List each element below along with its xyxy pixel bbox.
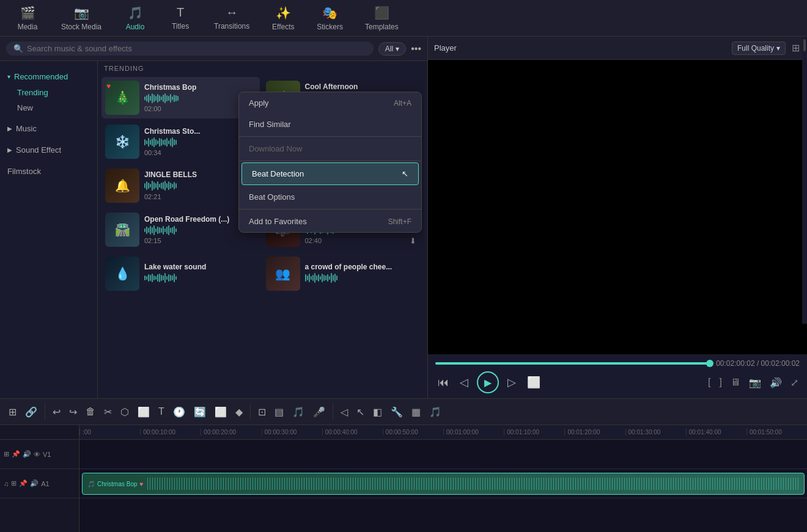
- track-v1-eye: 👁: [34, 451, 40, 458]
- voice-button[interactable]: 🎤: [309, 404, 329, 420]
- download-icon[interactable]: ⬇: [410, 236, 416, 246]
- color-button[interactable]: ⊡: [254, 404, 270, 420]
- filter-pill[interactable]: All ▾: [378, 42, 406, 56]
- track-v1-number: V1: [43, 451, 51, 458]
- beats-button[interactable]: 🎵: [426, 404, 445, 420]
- device-icon[interactable]: 🖥: [729, 376, 742, 389]
- mask-button[interactable]: ⬜: [211, 404, 230, 420]
- frame-forward-button[interactable]: ▷: [505, 373, 518, 392]
- music-card-lake[interactable]: 💧 Lake water sound: [101, 253, 260, 294]
- toolbar-audio[interactable]: 🎵 Audio: [114, 2, 157, 35]
- progress-bar[interactable]: [435, 362, 710, 365]
- crop-tool[interactable]: ⬡: [117, 404, 133, 420]
- cut-button[interactable]: ✂: [100, 404, 116, 420]
- context-menu-apply[interactable]: Apply Alt+A: [239, 92, 421, 114]
- toolbar-media[interactable]: 🎬 Media: [6, 2, 49, 35]
- back-button[interactable]: ◁: [337, 404, 352, 420]
- fullscreen-icon[interactable]: ⤢: [789, 376, 800, 390]
- frame-back-button[interactable]: ◁: [457, 373, 471, 392]
- chevron-down-icon: ▾: [396, 45, 399, 53]
- toolbar-effects[interactable]: ✨ Effects: [262, 2, 304, 35]
- collapse-icon: ▾: [7, 73, 10, 80]
- search-input[interactable]: [27, 44, 366, 53]
- progress-bar-wrap: 00:02:00:02 / 00:02:00:02: [435, 359, 800, 368]
- text-tool[interactable]: T: [155, 404, 168, 420]
- ruler-tick: 00:01:20:00: [564, 429, 625, 435]
- more-options-button[interactable]: •••: [411, 43, 421, 54]
- transform-button[interactable]: ⬜: [134, 404, 153, 420]
- screenshot-icon[interactable]: 📷: [748, 376, 762, 390]
- context-menu-beat-detection[interactable]: Beat Detection ↖: [241, 162, 419, 185]
- sidebar-category-recommended[interactable]: ▾ Recommended: [0, 68, 97, 85]
- keyframe-button[interactable]: ◆: [232, 404, 246, 420]
- music-card-christmas-bop[interactable]: ♥ 🎄 Christmas Bop 02:00: [101, 77, 260, 118]
- time-current: 00:02:00:02 / 00:02:00:02: [716, 359, 800, 368]
- context-menu-download-now: Download Now: [239, 138, 421, 159]
- sidebar-category-music[interactable]: ▶ Music: [0, 120, 97, 137]
- music-card-open-road[interactable]: 🛣️ Open Road Freedom (...) 02:15: [101, 209, 260, 250]
- sidebar-item-trending[interactable]: Trending: [0, 85, 97, 100]
- toolbar-transitions[interactable]: ↔ Transitions: [204, 2, 259, 34]
- audio-button[interactable]: ▤: [271, 404, 287, 420]
- redo-button[interactable]: ↪: [65, 404, 81, 420]
- ruler-tick: 00:01:00:00: [443, 429, 504, 435]
- player-controls: 00:02:00:02 / 00:02:00:02 ⏮ ◁ ▶ ▷ ⬜ [ ] …: [428, 354, 807, 398]
- toolbar-stickers[interactable]: 🎭 Stickers: [307, 2, 353, 35]
- search-icon: 🔍: [13, 44, 23, 53]
- music-tool[interactable]: 🎵: [289, 404, 308, 420]
- split-audio-button[interactable]: ◧: [369, 404, 386, 420]
- multitrack-button[interactable]: ⊞: [5, 404, 20, 420]
- sidebar-category-sound-effect[interactable]: ▶ Sound Effect: [0, 142, 97, 158]
- play-button[interactable]: ▶: [477, 371, 499, 393]
- top-toolbar: 🎬 Media 📷 Stock Media 🎵 Audio T Titles ↔…: [0, 0, 807, 37]
- link-button[interactable]: 🔗: [21, 404, 41, 420]
- timer-button[interactable]: 🕐: [169, 404, 189, 420]
- toolbar-templates[interactable]: ⬛ Templates: [355, 2, 408, 35]
- sidebar-category-filmstock[interactable]: Filmstock: [0, 163, 97, 180]
- expand-icon[interactable]: ⊞: [790, 41, 801, 55]
- music-title: a crowd of people chee...: [305, 263, 417, 271]
- collapse-icon-music: ▶: [7, 125, 12, 132]
- quality-button[interactable]: Full Quality ▾: [732, 42, 786, 55]
- undo-button[interactable]: ↩: [49, 404, 64, 420]
- effects-icon: ✨: [276, 5, 291, 20]
- titles-icon: T: [177, 5, 184, 20]
- volume-icon[interactable]: 🔊: [768, 376, 783, 390]
- music-thumb-jingle: 🔔: [105, 169, 139, 203]
- context-menu-beat-options[interactable]: Beat Options: [239, 186, 421, 208]
- detach-audio-button[interactable]: 🔧: [387, 404, 407, 420]
- right-scrollbar[interactable]: [802, 37, 807, 324]
- context-menu-find-similar[interactable]: Find Similar: [239, 114, 421, 135]
- music-card-christmas-sto[interactable]: ❄️ Christmas Sto... 00:34: [101, 121, 260, 162]
- track-v1-icon: ⊞: [4, 450, 9, 458]
- delete-button[interactable]: 🗑: [82, 404, 99, 420]
- snap-button[interactable]: ↖: [353, 404, 368, 420]
- toolbar-stock-media[interactable]: 📷 Stock Media: [51, 2, 111, 35]
- cut-icon[interactable]: [: [707, 376, 712, 389]
- search-bar: 🔍 All ▾ •••: [0, 37, 427, 61]
- track-row-video: [79, 440, 807, 469]
- sidebar-item-new[interactable]: New: [0, 100, 97, 115]
- rotate-button[interactable]: 🔄: [190, 404, 210, 420]
- music-card-crowd[interactable]: 👥 a crowd of people chee...: [262, 253, 421, 294]
- music-title: Cool Afternoon: [305, 82, 417, 91]
- duration: 02:15: [144, 237, 161, 244]
- ruler-corner: [0, 425, 79, 439]
- audio-track-christmas-bop[interactable]: 🎵 Christmas Bop ♥: [82, 473, 805, 495]
- list-scrollbar[interactable]: [424, 61, 427, 398]
- transitions-icon: ↔: [226, 5, 238, 20]
- ruler-tick: 00:00:30:00: [262, 429, 322, 435]
- music-card-jingle-bells[interactable]: 🔔 JINGLE BELLS 02:21 ⬇: [101, 165, 260, 206]
- toolbar-titles[interactable]: T Titles: [159, 2, 202, 34]
- equalizer-button[interactable]: ▦: [408, 404, 424, 420]
- skip-back-button[interactable]: ⏮: [435, 374, 451, 392]
- player-top-left: Player: [434, 43, 457, 53]
- context-menu-add-favorites[interactable]: Add to Favorites Shift+F: [239, 211, 421, 232]
- track-label-a1: ♫ ⊞ 📌 🔊 A1: [0, 469, 79, 498]
- audio-waveform: [147, 478, 799, 490]
- crop-button[interactable]: ⬜: [525, 373, 543, 392]
- search-input-wrap[interactable]: 🔍: [6, 42, 374, 56]
- ruler-tick: 00:00:10:00: [140, 429, 201, 435]
- duration: 02:21: [144, 193, 161, 200]
- cut-out-icon[interactable]: ]: [718, 376, 723, 389]
